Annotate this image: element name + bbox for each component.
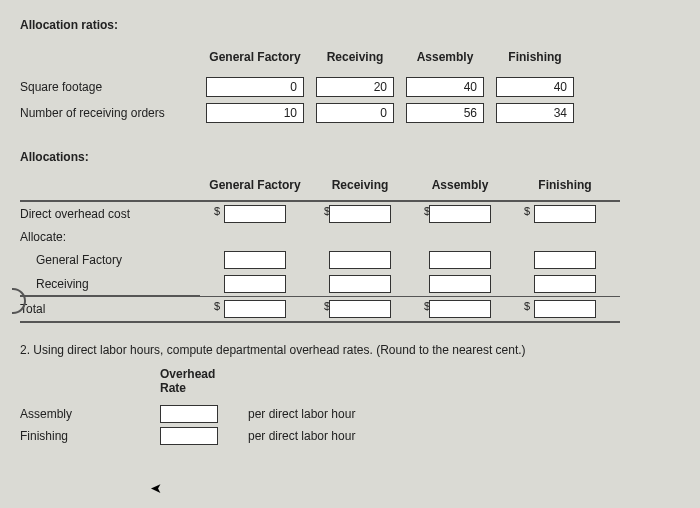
rate-row-finishing: Finishing — [20, 429, 160, 443]
input-allocgf-gf[interactable] — [224, 251, 286, 269]
overhead-rates-table: Overhead Rate Assembly per direct labor … — [20, 367, 680, 445]
input-total-asm[interactable] — [429, 300, 491, 318]
row-allocate-label: Allocate: — [20, 226, 200, 248]
input-total-fin[interactable] — [534, 300, 596, 318]
input-allocrec-rec[interactable] — [329, 275, 391, 293]
alloc-col-rec: Receiving — [310, 178, 410, 200]
dollar-icon: $ — [214, 300, 220, 312]
row-direct-overhead: Direct overhead cost — [20, 203, 200, 225]
input-allocrec-fin[interactable] — [534, 275, 596, 293]
dollar-icon: $ — [524, 205, 530, 217]
input-orders-fin[interactable]: 34 — [496, 103, 574, 123]
input-sqft-fin[interactable]: 40 — [496, 77, 574, 97]
dollar-icon: $ — [324, 300, 330, 312]
input-direct-asm[interactable] — [429, 205, 491, 223]
dollar-icon: $ — [524, 300, 530, 312]
input-direct-fin[interactable] — [534, 205, 596, 223]
input-total-rec[interactable] — [329, 300, 391, 318]
col-header-finishing: Finishing — [490, 46, 580, 74]
rate-row-assembly: Assembly — [20, 407, 160, 421]
dollar-icon: $ — [324, 205, 330, 217]
input-total-gf[interactable] — [224, 300, 286, 318]
input-direct-gf[interactable] — [224, 205, 286, 223]
input-allocrec-gf[interactable] — [224, 275, 286, 293]
input-orders-gf[interactable]: 10 — [206, 103, 304, 123]
input-orders-rec[interactable]: 0 — [316, 103, 394, 123]
overhead-rate-header: Overhead Rate — [160, 367, 240, 401]
input-sqft-gf[interactable]: 0 — [206, 77, 304, 97]
col-header-general-factory: General Factory — [200, 46, 310, 74]
input-allocgf-fin[interactable] — [534, 251, 596, 269]
input-allocrec-asm[interactable] — [429, 275, 491, 293]
alloc-col-asm: Assembly — [410, 178, 510, 200]
input-sqft-rec[interactable]: 20 — [316, 77, 394, 97]
alloc-col-gf: General Factory — [200, 178, 310, 200]
row-total: Total — [20, 298, 200, 320]
dollar-icon: $ — [214, 205, 220, 217]
dollar-icon: $ — [424, 300, 430, 312]
unit-finishing: per direct labor hour — [240, 429, 410, 443]
row-label-square-footage: Square footage — [20, 76, 200, 98]
row-allocate-gf: General Factory — [20, 249, 200, 271]
col-header-assembly: Assembly — [400, 46, 490, 74]
input-rate-assembly[interactable] — [160, 405, 218, 423]
unit-assembly: per direct labor hour — [240, 407, 410, 421]
input-allocgf-rec[interactable] — [329, 251, 391, 269]
dollar-icon: $ — [424, 205, 430, 217]
row-label-receiving-orders: Number of receiving orders — [20, 102, 200, 124]
question-2-text: 2. Using direct labor hours, compute dep… — [20, 343, 680, 357]
col-header-receiving: Receiving — [310, 46, 400, 74]
input-sqft-asm[interactable]: 40 — [406, 77, 484, 97]
input-allocgf-asm[interactable] — [429, 251, 491, 269]
allocations-heading: Allocations: — [20, 150, 680, 164]
input-rate-finishing[interactable] — [160, 427, 218, 445]
allocation-ratios-table: General Factory Receiving Assembly Finis… — [20, 46, 680, 126]
input-direct-rec[interactable] — [329, 205, 391, 223]
input-orders-asm[interactable]: 56 — [406, 103, 484, 123]
alloc-col-fin: Finishing — [510, 178, 620, 200]
cursor-icon: ➤ — [150, 480, 162, 496]
row-allocate-rec: Receiving — [20, 273, 200, 296]
allocations-table: General Factory Receiving Assembly Finis… — [20, 178, 680, 323]
allocation-ratios-heading: Allocation ratios: — [20, 18, 680, 32]
annotation-circle-icon — [0, 288, 26, 314]
